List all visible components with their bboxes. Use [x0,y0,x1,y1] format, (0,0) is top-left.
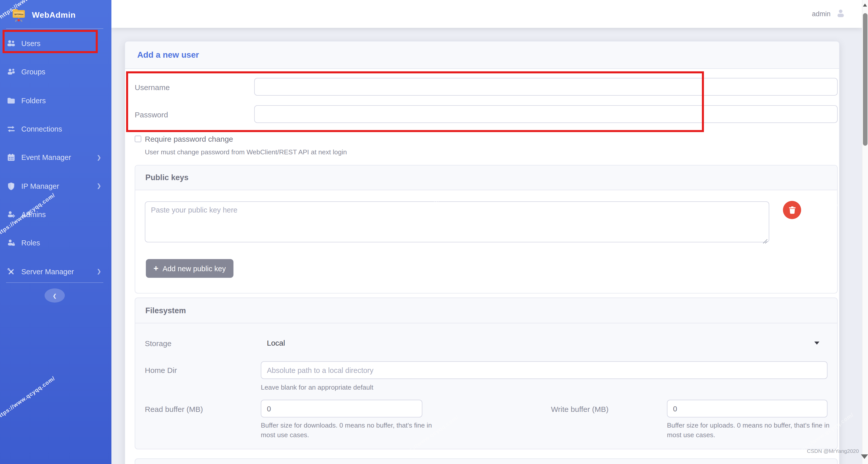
sidebar-item-label: Groups [21,68,45,76]
username-input[interactable] [254,78,838,96]
folder-icon [7,96,16,105]
write-buffer-input[interactable] [667,400,828,418]
sidebar-item-event-manager[interactable]: Event Manager ❯ [0,146,112,169]
filesystem-header: Filesystem [135,298,837,323]
shield-icon [7,181,16,191]
chevron-right-icon: ❯ [97,268,101,275]
username-label: Username [135,83,169,92]
sidebar-item-label: Roles [21,239,40,247]
sidebar-item-admins[interactable]: Admins [0,203,112,226]
tools-icon [7,267,16,276]
page-title: Add a new user [137,50,199,60]
scrollbar-up-arrow[interactable] [863,4,867,7]
write-buffer-help: Buffer size for uploads. 0 means no buff… [667,421,845,440]
brand[interactable]: SFTPGo WebAdmin [0,3,112,27]
textarea-resize-handle[interactable] [763,237,768,242]
home-dir-input[interactable] [261,361,828,379]
roles-user-lock-icon [7,238,16,247]
plus-icon: + [153,264,158,273]
read-buffer-label: Read buffer (MB) [145,405,203,413]
read-buffer-input[interactable] [261,400,422,418]
chevron-left-icon: ❮ [53,293,57,298]
sidebar-item-folders[interactable]: Folders [0,89,112,112]
sidebar-divider [6,283,103,283]
calendar-icon [7,153,16,162]
sidebar-item-users[interactable]: Users [0,32,112,55]
add-public-key-label: Add new public key [162,264,226,272]
home-dir-help: Leave blank for an appropriate default [261,383,373,392]
read-buffer-help: Buffer size for downloads. 0 means no bu… [261,421,436,440]
public-keys-title: Public keys [145,173,189,182]
sidebar-item-roles[interactable]: Roles [0,231,112,255]
user-avatar-icon[interactable] [836,8,846,20]
groups-icon [7,67,16,76]
sidebar-divider [6,28,103,29]
connections-icon [7,124,16,133]
sidebar-item-server-manager[interactable]: Server Manager ❯ [0,260,112,283]
topbar: admin [112,0,862,28]
sidebar-item-ip-manager[interactable]: IP Manager ❯ [0,174,112,198]
add-user-card-header: Add a new user [125,41,840,69]
sidebar: SFTPGo WebAdmin Users Groups [0,0,112,464]
scrollbar-thumb[interactable] [863,13,867,146]
chevron-right-icon: ❯ [97,183,101,189]
chevron-right-icon: ❯ [97,154,101,161]
public-keys-header: Public keys [135,165,837,190]
storage-label: Storage [145,339,172,347]
require-password-change-label: Require password change [145,135,233,143]
password-label: Password [135,110,168,119]
sidebar-item-groups[interactable]: Groups [0,60,112,84]
sidebar-item-label: Server Manager [21,267,74,275]
delete-public-key-button[interactable] [783,201,801,219]
trash-icon [788,206,796,214]
filesystem-title: Filesystem [145,306,186,315]
sidebar-item-label: Connections [21,125,62,133]
sidebar-item-label: Event Manager [21,153,71,161]
sidebar-item-connections[interactable]: Connections [0,117,112,140]
logged-in-username[interactable]: admin [812,10,831,18]
storage-select[interactable]: Local [261,334,828,352]
next-section-card [135,458,838,464]
sidebar-item-label: IP Manager [21,182,59,190]
sidebar-collapse-button[interactable]: ❮ [44,289,65,303]
home-dir-label: Home Dir [145,366,177,374]
sidebar-item-label: Folders [21,96,46,104]
app-title: WebAdmin [32,11,76,20]
webadmin-page: SFTPGo WebAdmin Users Groups [0,0,868,464]
storage-select-value: Local [267,338,285,347]
public-key-textarea[interactable] [145,201,769,242]
sftpgo-logo-icon: SFTPGo [11,8,26,23]
svg-text:SFTPGo: SFTPGo [14,13,24,16]
watermark-csdn: CSDN @MrYang2020 [807,448,859,454]
add-public-key-button[interactable]: + Add new public key [146,259,234,278]
write-buffer-label: Write buffer (MB) [551,405,609,413]
caret-down-icon [814,341,819,344]
require-password-change-help: User must change password from WebClient… [145,147,347,157]
require-password-change-checkbox[interactable] [135,136,141,142]
sidebar-item-label: Users [21,39,40,47]
sidebar-item-label: Admins [21,210,46,219]
admin-user-gear-icon [7,210,16,219]
users-icon [7,39,16,48]
password-input[interactable] [254,105,838,123]
scrollbar-down-arrow[interactable] [861,454,868,459]
